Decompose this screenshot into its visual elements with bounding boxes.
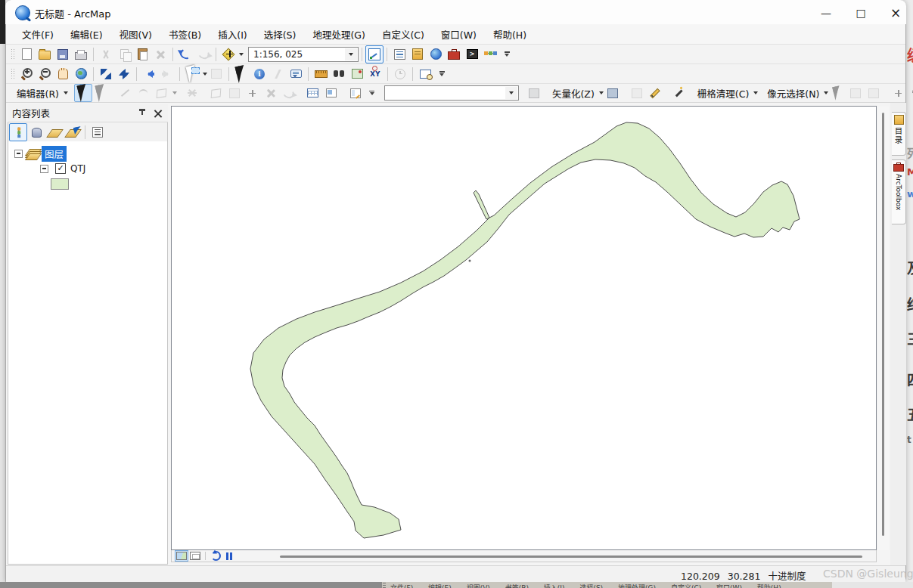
- viewer-window-button[interactable]: [416, 65, 434, 83]
- maximize-button[interactable]: □: [844, 3, 877, 23]
- search-window-button[interactable]: [427, 45, 445, 63]
- toc-root-row[interactable]: 图层: [8, 146, 167, 161]
- new-document-button[interactable]: [17, 45, 36, 63]
- table-of-contents-button[interactable]: [390, 45, 408, 63]
- list-by-source-button[interactable]: [27, 123, 45, 141]
- horizontal-scrollbar[interactable]: [242, 552, 870, 560]
- pause-drawing-button[interactable]: [222, 550, 236, 562]
- arctoolbox-button[interactable]: [445, 45, 463, 63]
- collapse-icon[interactable]: [14, 150, 23, 158]
- close-button[interactable]: ×: [879, 3, 912, 23]
- magic-wand-button[interactable]: [670, 84, 688, 102]
- editor-dropdown-arrow[interactable]: [64, 91, 68, 94]
- vscroll-thumb[interactable]: [882, 113, 884, 536]
- toolbar-grip[interactable]: [11, 68, 14, 80]
- menu-help[interactable]: 帮助(H): [485, 25, 535, 44]
- modelbuilder-button[interactable]: [481, 45, 499, 63]
- menu-selection[interactable]: 选择(S): [256, 25, 305, 44]
- menu-view[interactable]: 视图(V): [111, 25, 160, 44]
- refresh-view-button[interactable]: [209, 550, 222, 562]
- list-by-selection-button[interactable]: [64, 123, 82, 141]
- toc-root-label[interactable]: 图层: [42, 146, 67, 162]
- create-features-button[interactable]: [346, 84, 365, 102]
- select-elements-button[interactable]: [232, 65, 250, 83]
- toolbar-overflow-button[interactable]: [437, 67, 446, 81]
- raster-cleanup-dropdown-arrow[interactable]: [753, 91, 758, 94]
- collapse-icon[interactable]: [40, 165, 48, 173]
- pan-button[interactable]: [54, 65, 72, 83]
- html-popup-button[interactable]: [287, 65, 305, 83]
- toc-layer-row[interactable]: ✓ QTJ: [8, 161, 167, 176]
- zoom-in-button[interactable]: [17, 65, 36, 83]
- vectorization-dropdown-arrow[interactable]: [599, 91, 604, 94]
- toolbar-overflow-button[interactable]: [502, 48, 511, 61]
- menu-geoprocessing[interactable]: 地理处理(G): [304, 25, 373, 44]
- zoom-out-button[interactable]: [36, 65, 54, 83]
- layer-visibility-checkbox[interactable]: ✓: [55, 163, 66, 174]
- find-route-button[interactable]: [348, 65, 366, 83]
- cell-selection-menu-button[interactable]: 像元选择(N): [764, 86, 822, 101]
- layer-name[interactable]: QTJ: [70, 163, 85, 174]
- toc-options-button[interactable]: [89, 123, 107, 141]
- toolbar-overflow-button[interactable]: [910, 86, 913, 100]
- toc-header[interactable]: 内容列表: [8, 104, 168, 122]
- layer-symbol-swatch[interactable]: [51, 178, 69, 190]
- menu-insert[interactable]: 插入(I): [210, 25, 255, 44]
- toolbar-overflow-button[interactable]: [368, 86, 377, 100]
- identify-button[interactable]: i: [250, 65, 269, 83]
- raster-paint-button[interactable]: [646, 84, 664, 102]
- vectorization-template-combo[interactable]: [384, 85, 519, 101]
- vectorization-menu-button[interactable]: 矢量化(Z): [549, 86, 598, 101]
- data-view-button[interactable]: [175, 550, 188, 562]
- vertical-scrollbar[interactable]: [878, 107, 889, 550]
- select-features-button[interactable]: [183, 65, 201, 83]
- back-extent-button[interactable]: [140, 65, 158, 83]
- measure-button[interactable]: [312, 65, 330, 83]
- paste-button[interactable]: [133, 45, 151, 63]
- combo-arrow[interactable]: [505, 87, 517, 99]
- menu-window[interactable]: 窗口(W): [433, 25, 485, 44]
- combo-arrow[interactable]: [345, 48, 357, 60]
- edge-fragment: 五: [907, 404, 913, 424]
- add-data-button[interactable]: [219, 45, 238, 63]
- dock-tab-arctoolbox[interactable]: ArcToolbox: [892, 159, 906, 224]
- point-at-intersection-button: [183, 84, 201, 102]
- dock-tab-catalog[interactable]: 目录: [892, 112, 906, 156]
- select-elements-icon: [235, 64, 248, 82]
- hscroll-thumb[interactable]: [280, 556, 862, 558]
- pin-icon[interactable]: [139, 109, 145, 118]
- editor-toolbar-toggle-button[interactable]: [365, 45, 384, 63]
- fixed-zoom-out-button[interactable]: [115, 65, 133, 83]
- edit-tool-button[interactable]: [74, 84, 92, 102]
- toc-symbol-row[interactable]: [8, 176, 167, 191]
- map-scale-combo[interactable]: 1:156, 025: [248, 47, 359, 62]
- menu-customize[interactable]: 自定义(C): [374, 25, 433, 44]
- save-button[interactable]: [54, 45, 72, 63]
- python-window-button[interactable]: >: [463, 45, 481, 63]
- title-bar[interactable]: [5, 0, 906, 24]
- toolbar-grip[interactable]: [11, 48, 14, 60]
- print-button[interactable]: [72, 45, 90, 63]
- list-by-drawing-order-button[interactable]: [9, 123, 27, 141]
- sketch-properties-button[interactable]: [322, 84, 340, 102]
- minimize-button[interactable]: —: [809, 3, 843, 23]
- list-by-visibility-button[interactable]: [45, 123, 64, 141]
- menu-file[interactable]: 文件(F): [14, 25, 62, 44]
- menu-edit[interactable]: 编辑(E): [62, 25, 111, 44]
- raster-cleanup-menu-button[interactable]: 栅格清理(C): [694, 86, 752, 101]
- menu-bookmarks[interactable]: 书签(B): [160, 25, 210, 44]
- full-extent-button[interactable]: [72, 65, 90, 83]
- find-button[interactable]: [330, 65, 348, 83]
- catalog-window-button[interactable]: [408, 45, 427, 63]
- attributes-button[interactable]: [304, 84, 322, 102]
- undo-button[interactable]: [176, 45, 194, 63]
- generate-features-button[interactable]: [604, 84, 622, 102]
- separator: [93, 48, 94, 61]
- go-to-xy-button[interactable]: XY: [366, 65, 384, 83]
- fixed-zoom-in-button[interactable]: [97, 65, 115, 83]
- layout-view-button[interactable]: [188, 550, 202, 562]
- toc-close-icon[interactable]: [153, 108, 163, 119]
- open-button[interactable]: [36, 45, 54, 63]
- add-data-dropdown-arrow[interactable]: [239, 53, 244, 56]
- editor-menu-button[interactable]: 编辑器(R): [14, 86, 62, 101]
